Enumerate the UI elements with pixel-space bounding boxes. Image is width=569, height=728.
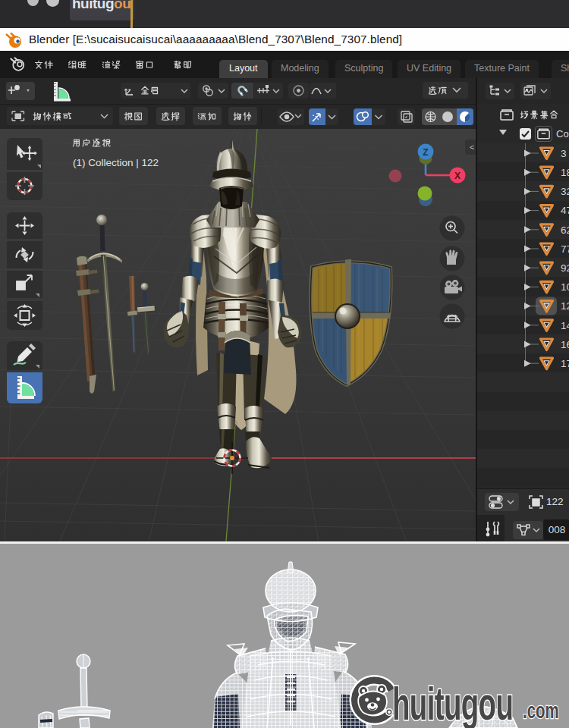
svg-text:32: 32 [561, 186, 569, 197]
svg-text:.com: .com [523, 698, 559, 723]
svg-text:3: 3 [561, 148, 567, 159]
svg-text:<: < [470, 143, 474, 152]
svg-text:122: 122 [561, 300, 569, 312]
svg-text:77: 77 [561, 243, 569, 255]
svg-text:92: 92 [561, 262, 569, 274]
svg-text:Z: Z [423, 147, 428, 158]
svg-text:162: 162 [561, 339, 569, 350]
svg-text:147: 147 [561, 320, 569, 331]
svg-text:X: X [454, 171, 461, 181]
svg-text:177: 177 [561, 358, 569, 369]
svg-text:62: 62 [561, 224, 569, 236]
svg-text:18: 18 [561, 167, 569, 178]
svg-text:(1) Collection | 122: (1) Collection | 122 [73, 157, 159, 168]
svg-text:huitugou: huitugou [392, 678, 513, 728]
svg-text:107: 107 [561, 281, 569, 293]
svg-text:47: 47 [561, 205, 569, 216]
